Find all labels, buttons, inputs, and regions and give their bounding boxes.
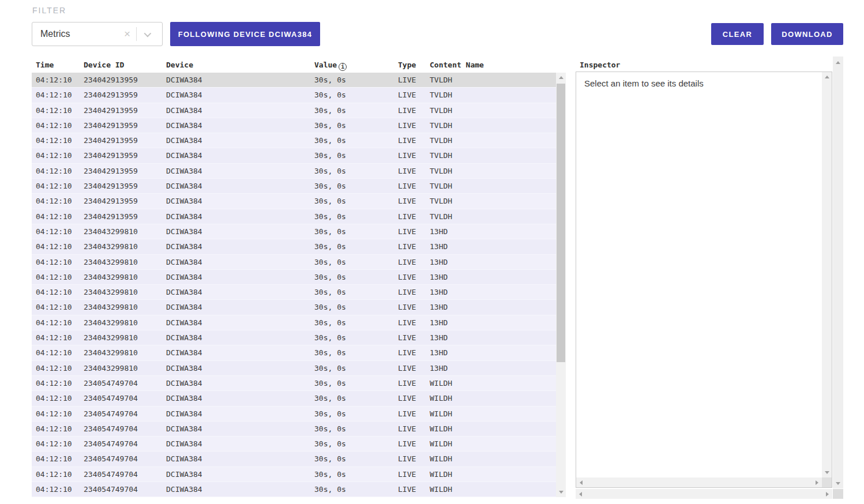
cell-device: DCIWA384 xyxy=(166,88,202,103)
table-row[interactable]: 04:12:10 234043299810 DCIWA384 30s, 0s L… xyxy=(32,285,556,300)
table-row[interactable]: 04:12:10 234043299810 DCIWA384 30s, 0s L… xyxy=(32,270,556,285)
download-button[interactable]: DOWNLOAD xyxy=(771,23,843,45)
table-row[interactable]: 04:12:10 234043299810 DCIWA384 30s, 0s L… xyxy=(32,239,556,254)
cell-device-id: 234054749704 xyxy=(84,391,138,406)
inspector-horizontal-scrollbar[interactable] xyxy=(576,477,822,487)
table-row[interactable]: 04:12:10 234054749704 DCIWA384 30s, 0s L… xyxy=(32,482,556,497)
cell-type: LIVE xyxy=(398,133,416,148)
table-row[interactable]: 04:12:10 234054749704 DCIWA384 30s, 0s L… xyxy=(32,467,556,482)
cell-content-name: TVLDH xyxy=(430,164,452,179)
table-scroll-down-button[interactable] xyxy=(556,487,566,497)
cell-time: 04:12:10 xyxy=(36,164,72,179)
cell-device-id: 234043299810 xyxy=(84,285,138,300)
table-row[interactable]: 04:12:10 234042913959 DCIWA384 30s, 0s L… xyxy=(32,133,556,148)
table-row[interactable]: 04:12:10 234054749704 DCIWA384 30s, 0s L… xyxy=(32,452,556,467)
cell-content-name: TVLDH xyxy=(430,133,452,148)
clear-button[interactable]: CLEAR xyxy=(711,23,764,45)
column-header-time: Time xyxy=(36,58,54,72)
cell-device: DCIWA384 xyxy=(166,467,202,482)
table-row[interactable]: 04:12:10 234054749704 DCIWA384 30s, 0s L… xyxy=(32,422,556,437)
cell-value: 30s, 0s xyxy=(314,194,346,209)
cell-device-id: 234043299810 xyxy=(84,224,138,239)
panel-scroll-left-button[interactable] xyxy=(576,489,585,499)
table-row[interactable]: 04:12:10 234042913959 DCIWA384 30s, 0s L… xyxy=(32,73,556,88)
cell-time: 04:12:10 xyxy=(36,437,72,452)
table-scroll-up-button[interactable] xyxy=(556,73,566,82)
cell-device: DCIWA384 xyxy=(166,482,202,497)
table-row[interactable]: 04:12:10 234042913959 DCIWA384 30s, 0s L… xyxy=(32,179,556,194)
table-scrollbar-thumb[interactable] xyxy=(557,84,565,362)
table-row[interactable]: 04:12:10 234054749704 DCIWA384 30s, 0s L… xyxy=(32,391,556,406)
table-row[interactable]: 04:12:10 234042913959 DCIWA384 30s, 0s L… xyxy=(32,194,556,209)
cell-type: LIVE xyxy=(398,255,416,270)
table-row[interactable]: 04:12:10 234054749704 DCIWA384 30s, 0s L… xyxy=(32,437,556,452)
inspector-scroll-down-button[interactable] xyxy=(822,468,832,477)
cell-time: 04:12:10 xyxy=(36,376,72,391)
cell-device-id: 234042913959 xyxy=(84,209,138,224)
column-header-value-label: Value xyxy=(314,61,337,69)
table-header: Time Device ID Device Valuei Type Conten… xyxy=(32,58,566,72)
chevron-down-icon[interactable] xyxy=(137,32,156,37)
value-info-icon[interactable]: i xyxy=(339,63,347,71)
cell-value: 30s, 0s xyxy=(314,209,346,224)
page-scroll-down-button[interactable] xyxy=(833,479,843,488)
table-row[interactable]: 04:12:10 234042913959 DCIWA384 30s, 0s L… xyxy=(32,209,556,224)
table-row[interactable]: 04:12:10 234043299810 DCIWA384 30s, 0s L… xyxy=(32,300,556,315)
table-row[interactable]: 04:12:10 234054749704 DCIWA384 30s, 0s L… xyxy=(32,407,556,422)
cell-type: LIVE xyxy=(398,164,416,179)
table-row[interactable]: 04:12:10 234042913959 DCIWA384 30s, 0s L… xyxy=(32,148,556,163)
table-row[interactable]: 04:12:10 234043299810 DCIWA384 30s, 0s L… xyxy=(32,330,556,345)
cell-time: 04:12:10 xyxy=(36,452,72,467)
table-row[interactable]: 04:12:10 234042913959 DCIWA384 30s, 0s L… xyxy=(32,103,556,118)
inspector-vertical-scrollbar[interactable] xyxy=(822,72,832,477)
table-row[interactable]: 04:12:10 234043299810 DCIWA384 30s, 0s L… xyxy=(32,361,556,376)
cell-type: LIVE xyxy=(398,422,416,437)
panel-horizontal-scrollbar[interactable] xyxy=(576,489,832,499)
cell-time: 04:12:10 xyxy=(36,239,72,254)
cell-content-name: 13HD xyxy=(430,270,448,285)
cell-device-id: 234042913959 xyxy=(84,194,138,209)
table-row[interactable]: 04:12:10 234043299810 DCIWA384 30s, 0s L… xyxy=(32,255,556,270)
table-row[interactable]: 04:12:10 234042913959 DCIWA384 30s, 0s L… xyxy=(32,118,556,133)
cell-time: 04:12:10 xyxy=(36,391,72,406)
table-row[interactable]: 04:12:10 234043299810 DCIWA384 30s, 0s L… xyxy=(32,224,556,239)
filter-label: FILTER xyxy=(32,6,66,15)
cell-device: DCIWA384 xyxy=(166,407,202,422)
panel-scroll-right-button[interactable] xyxy=(822,489,832,499)
column-header-device: Device xyxy=(166,58,193,72)
cell-device-id: 234042913959 xyxy=(84,88,138,103)
cell-content-name: 13HD xyxy=(430,345,448,360)
cell-time: 04:12:10 xyxy=(36,482,72,497)
table-row[interactable]: 04:12:10 234043299810 DCIWA384 30s, 0s L… xyxy=(32,315,556,330)
cell-device: DCIWA384 xyxy=(166,361,202,376)
cell-time: 04:12:10 xyxy=(36,118,72,133)
following-device-button[interactable]: FOLLOWING DEVICE DCIWA384 xyxy=(170,22,320,46)
inspector-scrollbar-corner xyxy=(822,477,832,487)
select-clear-icon[interactable]: × xyxy=(124,28,136,40)
table-vertical-scrollbar[interactable] xyxy=(556,73,566,497)
cell-type: LIVE xyxy=(398,330,416,345)
cell-time: 04:12:10 xyxy=(36,285,72,300)
cell-device-id: 234042913959 xyxy=(84,103,138,118)
cell-device-id: 234043299810 xyxy=(84,315,138,330)
cell-content-name: TVLDH xyxy=(430,88,452,103)
metrics-select[interactable]: Metrics × xyxy=(32,22,163,46)
cell-value: 30s, 0s xyxy=(314,315,346,330)
table-row[interactable]: 04:12:10 234054749704 DCIWA384 30s, 0s L… xyxy=(32,376,556,391)
inspector-scroll-right-button[interactable] xyxy=(812,477,822,487)
table-row[interactable]: 04:12:10 234043299810 DCIWA384 30s, 0s L… xyxy=(32,345,556,360)
cell-type: LIVE xyxy=(398,103,416,118)
cell-device: DCIWA384 xyxy=(166,437,202,452)
cell-type: LIVE xyxy=(398,285,416,300)
table-row[interactable]: 04:12:10 234042913959 DCIWA384 30s, 0s L… xyxy=(32,88,556,103)
inspector-scroll-up-button[interactable] xyxy=(822,72,832,82)
column-header-value: Valuei xyxy=(314,58,347,72)
cell-time: 04:12:10 xyxy=(36,209,72,224)
inspector-scroll-left-button[interactable] xyxy=(576,477,586,487)
cell-type: LIVE xyxy=(398,467,416,482)
cell-device-id: 234054749704 xyxy=(84,422,138,437)
page-scroll-up-button[interactable] xyxy=(833,58,843,67)
table-row[interactable]: 04:12:10 234042913959 DCIWA384 30s, 0s L… xyxy=(32,164,556,179)
cell-content-name: 13HD xyxy=(430,330,448,345)
page-vertical-scrollbar[interactable] xyxy=(833,57,843,488)
